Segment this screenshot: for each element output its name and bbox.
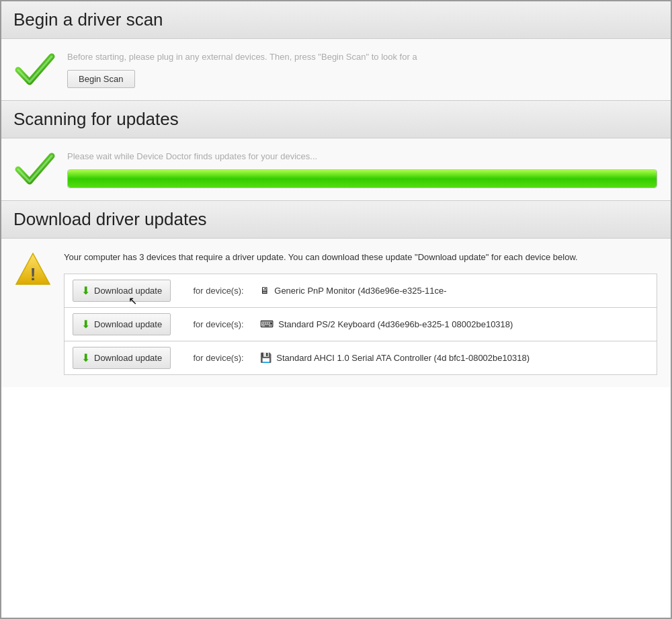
download-update-label-3: Download update xyxy=(94,353,162,363)
download-arrow-icon-1: ⬇ xyxy=(81,284,90,297)
svg-text:!: ! xyxy=(30,264,36,284)
progress-bar-fill xyxy=(68,170,657,188)
scanning-description: Please wait while Device Doctor finds up… xyxy=(67,151,657,163)
begin-scan-button[interactable]: Begin Scan xyxy=(67,70,135,88)
scanning-checkmark-icon xyxy=(15,151,55,188)
device-name-cell-3: 💾 Standard AHCI 1.0 Serial ATA Controlle… xyxy=(252,341,657,374)
scanning-content: Please wait while Device Doctor finds up… xyxy=(67,151,657,188)
for-text-3: for device(s): xyxy=(185,341,252,374)
download-header: Download driver updates xyxy=(1,201,671,239)
cursor-overlay-1: ⬇ Download update ↖ xyxy=(73,280,177,302)
download-content: Your computer has 3 devices that require… xyxy=(64,251,657,375)
for-text-1: for device(s): xyxy=(185,274,252,307)
keyboard-icon: ⌨ xyxy=(260,319,274,329)
download-section: Download driver updates ! Your computer … xyxy=(1,201,671,387)
download-body: ! Your computer has 3 devices that requi… xyxy=(1,239,671,387)
checkmark-icon xyxy=(15,51,55,88)
begin-scan-body: Before starting, please plug in any exte… xyxy=(1,39,671,101)
download-update-label-2: Download update xyxy=(94,319,162,329)
storage-icon: 💾 xyxy=(260,352,271,363)
download-arrow-icon-2: ⬇ xyxy=(81,318,90,331)
device-name-3: Standard AHCI 1.0 Serial ATA Controller … xyxy=(276,353,530,363)
progress-bar-container xyxy=(67,169,657,188)
scanning-section: Scanning for updates Please wait while D… xyxy=(1,101,671,201)
device-name-cell-1: 🖥 Generic PnP Monitor (4d36e96e-e325-11c… xyxy=(252,274,657,307)
download-description: Your computer has 3 devices that require… xyxy=(64,251,657,264)
device-name-2: Standard PS/2 Keyboard (4d36e96b-e325-1 … xyxy=(278,319,513,329)
download-title: Download driver updates xyxy=(13,209,659,230)
download-update-button-1[interactable]: ⬇ Download update xyxy=(73,280,171,302)
monitor-icon: 🖥 xyxy=(260,285,269,296)
warning-icon: ! xyxy=(15,251,52,288)
device-name-1: Generic PnP Monitor (4d36e96e-e325-11ce- xyxy=(274,286,446,296)
download-btn-cell-3: ⬇ Download update xyxy=(65,341,185,374)
download-update-label-1: Download update xyxy=(94,286,162,296)
download-btn-cell-2: ⬇ Download update xyxy=(65,307,185,341)
download-update-button-2[interactable]: ⬇ Download update xyxy=(73,313,171,335)
begin-scan-section: Begin a driver scan Before starting, ple… xyxy=(1,1,671,101)
table-row: ⬇ Download update for device(s): 💾 Stand… xyxy=(65,341,657,374)
devices-table: ⬇ Download update ↖ for device(s): 🖥 Gen… xyxy=(64,274,657,375)
scanning-header: Scanning for updates xyxy=(1,101,671,138)
for-text-2: for device(s): xyxy=(185,307,252,341)
scanning-body: Please wait while Device Doctor finds up… xyxy=(1,138,671,201)
table-row: ⬇ Download update ↖ for device(s): 🖥 Gen… xyxy=(65,274,657,307)
download-arrow-icon-3: ⬇ xyxy=(81,352,90,364)
download-update-button-3[interactable]: ⬇ Download update xyxy=(73,347,171,369)
table-row: ⬇ Download update for device(s): ⌨ Stand… xyxy=(65,307,657,341)
begin-scan-header: Begin a driver scan xyxy=(1,1,671,39)
scanning-title: Scanning for updates xyxy=(13,109,659,130)
begin-scan-title: Begin a driver scan xyxy=(13,9,659,30)
download-btn-cell-1: ⬇ Download update ↖ xyxy=(65,274,185,307)
device-name-cell-2: ⌨ Standard PS/2 Keyboard (4d36e96b-e325-… xyxy=(252,307,657,341)
begin-scan-description: Before starting, please plug in any exte… xyxy=(67,51,657,63)
begin-scan-content: Before starting, please plug in any exte… xyxy=(67,51,657,88)
